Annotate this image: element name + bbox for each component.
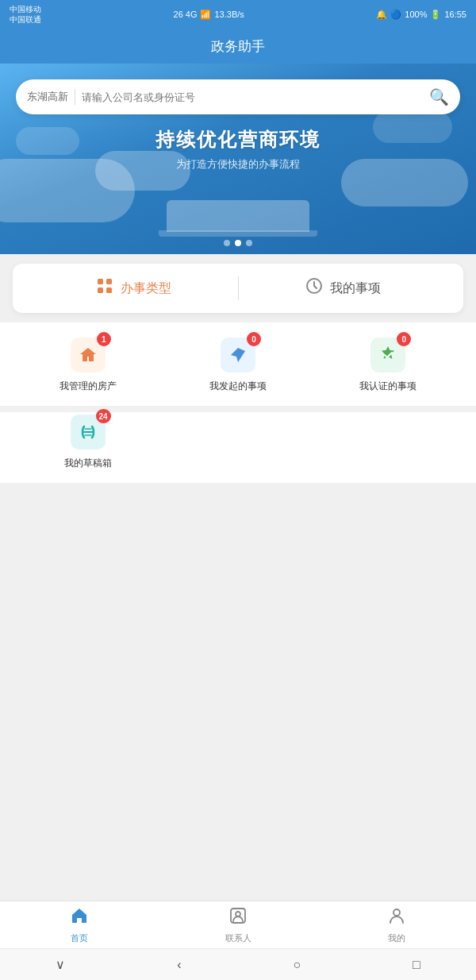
search-bar[interactable]: 东湖高新 🔍	[16, 79, 460, 114]
item-initiated[interactable]: 0 我发起的事项	[163, 335, 313, 393]
banner-title: 持续优化营商环境	[0, 127, 476, 152]
tab-my-items-label: 我的事项	[330, 280, 381, 297]
tab-my-items[interactable]: 我的事项	[239, 276, 448, 300]
home-icon	[70, 906, 89, 930]
item-draft[interactable]: 24 我的草稿箱	[13, 412, 163, 470]
nav-contacts[interactable]: 联系人	[159, 906, 317, 944]
items-grid-row1: 1 我管理的房产 0 我发起的事项 0 我认证的事项	[0, 322, 476, 406]
item-certified[interactable]: 0 我认证的事项	[313, 335, 463, 393]
svg-rect-3	[106, 287, 112, 293]
android-home[interactable]: ○	[293, 958, 301, 972]
tab-selector: 办事类型 我的事项	[13, 264, 463, 313]
title-bar: 政务助手	[0, 29, 476, 64]
nav-home-label: 首页	[71, 932, 88, 944]
banner-content: 持续优化营商环境 为打造方便快捷的办事流程	[0, 127, 476, 172]
page-title: 政务助手	[211, 37, 265, 56]
bottom-navigation: 首页 联系人 我的	[0, 901, 476, 948]
svg-rect-0	[98, 279, 103, 284]
search-icon[interactable]: 🔍	[429, 87, 449, 106]
initiated-label: 我发起的事项	[209, 380, 267, 393]
android-chevron[interactable]: ∨	[56, 957, 65, 972]
carousel-dots	[224, 240, 252, 246]
tab-business-type[interactable]: 办事类型	[29, 276, 238, 300]
mine-icon	[387, 906, 406, 930]
tab-business-type-label: 办事类型	[121, 280, 171, 297]
search-district-label: 东湖高新	[27, 90, 68, 104]
item-icon-wrap-draft: 24	[68, 412, 108, 452]
banner-subtitle: 为打造方便快捷的办事流程	[0, 157, 476, 172]
grid-icon	[95, 276, 114, 300]
certified-label: 我认证的事项	[359, 380, 416, 393]
hero-banner: 东湖高新 🔍 持续优化营商环境 为打造方便快捷的办事流程	[0, 64, 476, 254]
empty-content-area	[0, 483, 476, 705]
draft-badge: 24	[96, 409, 111, 423]
property-label: 我管理的房产	[60, 380, 117, 393]
search-input[interactable]	[82, 91, 423, 103]
svg-rect-1	[106, 279, 112, 284]
laptop-illustration	[167, 200, 309, 232]
draft-label: 我的草稿箱	[64, 457, 112, 470]
battery-time: 🔔 🔵 100% 🔋 16:55	[376, 10, 466, 20]
clock-icon	[305, 276, 324, 300]
svg-rect-2	[98, 287, 103, 293]
android-recent[interactable]: □	[413, 958, 420, 972]
certified-badge: 0	[397, 332, 411, 346]
svg-point-6	[236, 912, 240, 916]
dot-2[interactable]	[235, 240, 241, 246]
nav-mine-label: 我的	[388, 932, 405, 944]
svg-point-7	[393, 909, 400, 916]
nav-mine[interactable]: 我的	[317, 906, 476, 944]
network-speed: 26 4G 📶 13.3B/s	[174, 10, 244, 20]
dot-1[interactable]	[224, 240, 230, 246]
items-grid-row2: 24 我的草稿箱	[0, 412, 476, 483]
laptop-base	[159, 230, 317, 237]
search-divider	[75, 89, 75, 105]
nav-contacts-label: 联系人	[225, 932, 251, 944]
android-back[interactable]: ‹	[177, 958, 181, 972]
status-bar: 中国移动 中国联通 26 4G 📶 13.3B/s 🔔 🔵 100% 🔋 16:…	[0, 0, 476, 29]
contacts-icon	[228, 906, 248, 930]
initiated-badge: 0	[247, 332, 261, 346]
nav-home[interactable]: 首页	[0, 906, 159, 944]
dot-3[interactable]	[246, 240, 252, 246]
carrier-info: 中国移动 中国联通	[10, 4, 41, 25]
item-icon-wrap-initiated: 0	[218, 335, 258, 375]
item-property[interactable]: 1 我管理的房产	[13, 335, 163, 393]
item-icon-wrap-property: 1	[68, 335, 108, 375]
item-icon-wrap-certified: 0	[368, 335, 408, 375]
android-nav-bar: ∨ ‹ ○ □	[0, 948, 476, 980]
property-badge: 1	[97, 332, 111, 346]
